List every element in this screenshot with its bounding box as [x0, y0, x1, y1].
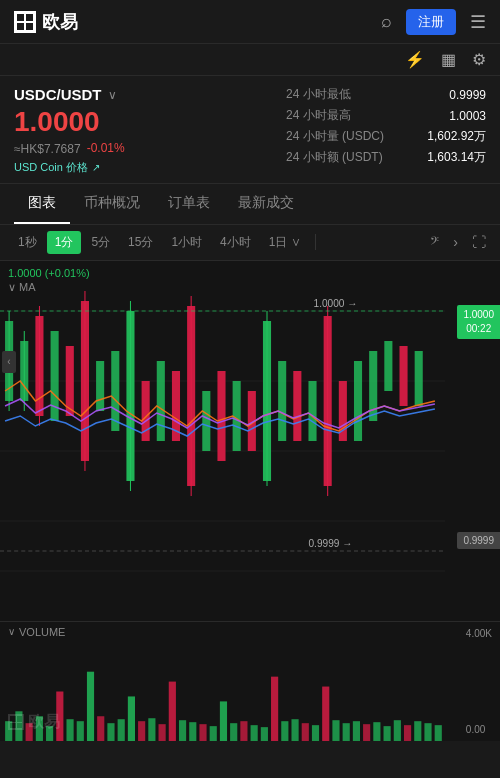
tab-chart[interactable]: 图表 [14, 184, 70, 224]
tab-trades[interactable]: 最新成交 [224, 184, 308, 224]
price-tag-time: 00:22 [463, 322, 494, 336]
svg-rect-38 [384, 341, 392, 391]
svg-rect-52 [77, 721, 84, 741]
svg-rect-77 [332, 720, 339, 741]
icon-bar: ⚡ ▦ ⚙ [0, 44, 500, 76]
svg-rect-31 [293, 371, 301, 441]
stat-label-3: 24 小时额 (USDT) [286, 149, 383, 166]
menu-icon[interactable]: ☰ [470, 11, 486, 33]
main-chart-svg: 1.0000 → 0.9999 → [0, 261, 445, 621]
chart-info-overlay: 1.0000 (+0.01%) ∨ MA [8, 267, 90, 294]
logo: 欧易 [14, 10, 78, 34]
tf-1m[interactable]: 1分 [47, 231, 82, 254]
watermark-logo-icon [8, 714, 24, 730]
external-link-icon[interactable]: ↗ [92, 162, 100, 173]
chart-main: 1.0000 (+0.01%) ∨ MA [0, 261, 500, 621]
svg-rect-73 [291, 719, 298, 741]
svg-rect-72 [281, 721, 288, 741]
price-hk: ≈HK$7.7687 [14, 142, 81, 156]
svg-rect-75 [312, 725, 319, 741]
svg-rect-56 [118, 719, 125, 741]
stat-label-0: 24 小时最低 [286, 86, 351, 103]
price-change: -0.01% [87, 141, 125, 155]
svg-rect-58 [138, 721, 145, 741]
tf-separator [315, 234, 316, 250]
stat-label-2: 24 小时量 (USDC) [286, 128, 384, 145]
register-button[interactable]: 注册 [406, 9, 456, 35]
svg-rect-78 [343, 723, 350, 741]
svg-rect-32 [308, 381, 316, 441]
svg-rect-69 [251, 725, 258, 741]
svg-rect-40 [415, 351, 423, 406]
ma-expand-icon[interactable]: ∨ [8, 281, 16, 293]
volume-expand-icon[interactable]: ∨ [8, 626, 15, 637]
price-area: USDC/USDT ∨ 1.0000 ≈HK$7.7687 -0.01% USD… [0, 76, 500, 184]
svg-rect-67 [230, 723, 237, 741]
price-main: 1.0000 [14, 107, 266, 138]
tf-15m[interactable]: 15分 [120, 231, 161, 254]
svg-rect-53 [87, 671, 94, 740]
svg-rect-61 [169, 681, 176, 740]
svg-rect-51 [66, 719, 73, 741]
watermark-text: 欧易 [28, 712, 60, 733]
price-right: 24 小时最低 0.9999 24 小时最高 1.0003 24 小时量 (US… [286, 86, 486, 175]
svg-rect-74 [302, 723, 309, 741]
svg-rect-66 [220, 701, 227, 741]
svg-rect-83 [394, 720, 401, 741]
svg-rect-62 [179, 720, 186, 741]
stat-value-3: 1,603.14万 [427, 149, 486, 166]
svg-rect-68 [240, 721, 247, 741]
stat-value-0: 0.9999 [449, 88, 486, 102]
pair-name: USDC/USDT [14, 86, 102, 103]
svg-rect-82 [384, 726, 391, 741]
tf-1h[interactable]: 1小时 [163, 231, 210, 254]
more-icon[interactable]: › [449, 232, 462, 252]
svg-rect-36 [354, 361, 362, 441]
tf-1s[interactable]: 1秒 [10, 231, 45, 254]
tf-5m[interactable]: 5分 [83, 231, 118, 254]
stat-value-2: 1,602.92万 [427, 128, 486, 145]
chart-ma-label: ∨ MA [8, 281, 90, 294]
chart-container: 1.0000 (+0.01%) ∨ MA [0, 261, 500, 741]
chart-collapse-handle[interactable]: ‹ [2, 351, 16, 373]
chart-icon[interactable]: ▦ [441, 50, 456, 69]
tf-4h[interactable]: 4小时 [212, 231, 259, 254]
svg-rect-81 [373, 722, 380, 741]
header: 欧易 ⌕ 注册 ☰ [0, 0, 500, 44]
svg-rect-79 [353, 721, 360, 741]
svg-rect-60 [159, 724, 166, 741]
pair-dropdown-icon[interactable]: ∨ [108, 88, 117, 102]
logo-icon [14, 11, 36, 33]
fullscreen-icon[interactable]: ⛶ [468, 232, 490, 252]
svg-rect-76 [322, 686, 329, 740]
volume-header: ∨ VOLUME [0, 622, 500, 642]
stat-row-1: 24 小时最高 1.0003 [286, 107, 486, 124]
settings-icon[interactable]: ⚙ [472, 50, 486, 69]
tabs-row: 图表 币种概况 订单表 最新成交 [0, 184, 500, 225]
svg-rect-24 [202, 391, 210, 451]
volume-chart-svg [0, 642, 450, 741]
tab-orders[interactable]: 订单表 [154, 184, 224, 224]
stat-value-1: 1.0003 [449, 109, 486, 123]
svg-rect-25 [217, 371, 225, 461]
svg-text:1.0000 →: 1.0000 → [314, 298, 358, 309]
indicator-icon[interactable]: 𝄢 [426, 232, 443, 253]
volume-right-labels: 4.00K 0.00 [466, 622, 492, 741]
svg-rect-12 [66, 346, 74, 416]
tf-1d[interactable]: 1日 ∨ [261, 231, 309, 254]
svg-rect-85 [414, 721, 421, 741]
tab-overview[interactable]: 币种概况 [70, 184, 154, 224]
search-icon[interactable]: ⌕ [381, 11, 392, 32]
watermark: 欧易 [8, 712, 60, 733]
svg-rect-65 [210, 726, 217, 741]
pulse-icon[interactable]: ⚡ [405, 50, 425, 69]
volume-label-top: 4.00K [466, 628, 492, 639]
price-tag-value: 1.0000 [463, 308, 494, 322]
svg-rect-30 [278, 361, 286, 441]
tf-right: 𝄢 › ⛶ [426, 232, 490, 253]
svg-rect-59 [148, 718, 155, 741]
stat-row-3: 24 小时额 (USDT) 1,603.14万 [286, 149, 486, 166]
svg-rect-63 [189, 722, 196, 741]
stat-row-0: 24 小时最低 0.9999 [286, 86, 486, 103]
svg-rect-64 [199, 724, 206, 741]
